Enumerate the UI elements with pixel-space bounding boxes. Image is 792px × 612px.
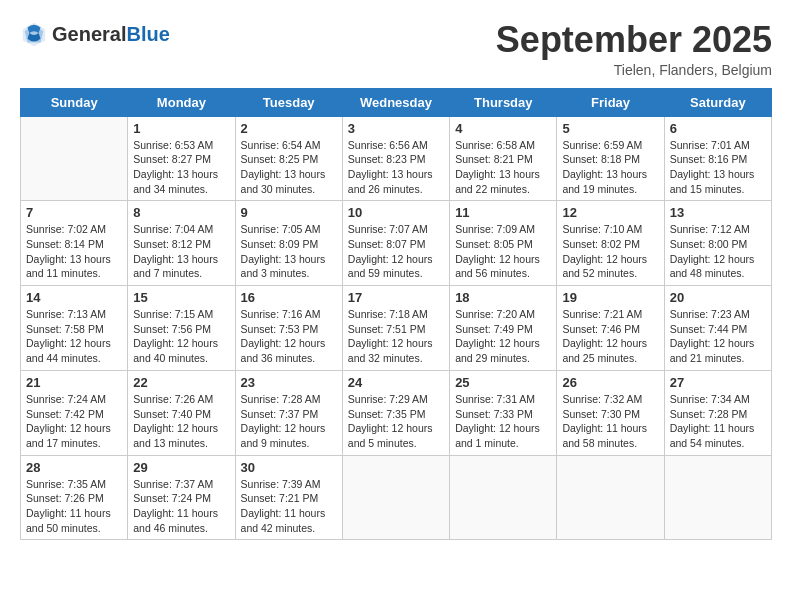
sunrise-text: Sunrise: 7:21 AM <box>562 307 658 322</box>
day-number: 25 <box>455 375 551 390</box>
calendar-cell: 25Sunrise: 7:31 AMSunset: 7:33 PMDayligh… <box>450 370 557 455</box>
calendar-cell: 26Sunrise: 7:32 AMSunset: 7:30 PMDayligh… <box>557 370 664 455</box>
calendar-cell: 3Sunrise: 6:56 AMSunset: 8:23 PMDaylight… <box>342 116 449 201</box>
sunset-text: Sunset: 7:24 PM <box>133 491 229 506</box>
day-number: 30 <box>241 460 337 475</box>
sunset-text: Sunset: 7:35 PM <box>348 407 444 422</box>
daylight-text-line2: and 1 minute. <box>455 436 551 451</box>
month-title: September 2025 <box>496 20 772 60</box>
calendar-week-row: 14Sunrise: 7:13 AMSunset: 7:58 PMDayligh… <box>21 286 772 371</box>
daylight-text-line2: and 3 minutes. <box>241 266 337 281</box>
calendar-table: SundayMondayTuesdayWednesdayThursdayFrid… <box>20 88 772 541</box>
day-info: Sunrise: 7:07 AMSunset: 8:07 PMDaylight:… <box>348 222 444 281</box>
day-info: Sunrise: 6:53 AMSunset: 8:27 PMDaylight:… <box>133 138 229 197</box>
logo-general: General <box>52 23 126 45</box>
daylight-text-line1: Daylight: 13 hours <box>26 252 122 267</box>
sunset-text: Sunset: 7:44 PM <box>670 322 766 337</box>
daylight-text-line2: and 11 minutes. <box>26 266 122 281</box>
day-info: Sunrise: 7:10 AMSunset: 8:02 PMDaylight:… <box>562 222 658 281</box>
day-info: Sunrise: 7:12 AMSunset: 8:00 PMDaylight:… <box>670 222 766 281</box>
day-info: Sunrise: 7:09 AMSunset: 8:05 PMDaylight:… <box>455 222 551 281</box>
day-number: 9 <box>241 205 337 220</box>
col-header-friday: Friday <box>557 88 664 116</box>
logo-text: GeneralBlue <box>52 23 170 45</box>
daylight-text-line1: Daylight: 12 hours <box>670 336 766 351</box>
sunrise-text: Sunrise: 7:01 AM <box>670 138 766 153</box>
day-number: 20 <box>670 290 766 305</box>
calendar-week-row: 7Sunrise: 7:02 AMSunset: 8:14 PMDaylight… <box>21 201 772 286</box>
daylight-text-line2: and 44 minutes. <box>26 351 122 366</box>
calendar-cell: 30Sunrise: 7:39 AMSunset: 7:21 PMDayligh… <box>235 455 342 540</box>
sunrise-text: Sunrise: 7:10 AM <box>562 222 658 237</box>
calendar-header-row: SundayMondayTuesdayWednesdayThursdayFrid… <box>21 88 772 116</box>
daylight-text-line2: and 48 minutes. <box>670 266 766 281</box>
daylight-text-line1: Daylight: 13 hours <box>670 167 766 182</box>
calendar-cell: 18Sunrise: 7:20 AMSunset: 7:49 PMDayligh… <box>450 286 557 371</box>
daylight-text-line2: and 50 minutes. <box>26 521 122 536</box>
day-number: 22 <box>133 375 229 390</box>
sunrise-text: Sunrise: 6:56 AM <box>348 138 444 153</box>
sunrise-text: Sunrise: 7:04 AM <box>133 222 229 237</box>
calendar-cell: 29Sunrise: 7:37 AMSunset: 7:24 PMDayligh… <box>128 455 235 540</box>
calendar-cell: 1Sunrise: 6:53 AMSunset: 8:27 PMDaylight… <box>128 116 235 201</box>
daylight-text-line2: and 5 minutes. <box>348 436 444 451</box>
col-header-monday: Monday <box>128 88 235 116</box>
day-number: 27 <box>670 375 766 390</box>
day-info: Sunrise: 7:15 AMSunset: 7:56 PMDaylight:… <box>133 307 229 366</box>
sunrise-text: Sunrise: 7:02 AM <box>26 222 122 237</box>
day-info: Sunrise: 7:34 AMSunset: 7:28 PMDaylight:… <box>670 392 766 451</box>
daylight-text-line2: and 40 minutes. <box>133 351 229 366</box>
day-number: 24 <box>348 375 444 390</box>
col-header-saturday: Saturday <box>664 88 771 116</box>
sunrise-text: Sunrise: 7:12 AM <box>670 222 766 237</box>
day-info: Sunrise: 7:32 AMSunset: 7:30 PMDaylight:… <box>562 392 658 451</box>
daylight-text-line1: Daylight: 12 hours <box>455 336 551 351</box>
daylight-text-line1: Daylight: 12 hours <box>26 336 122 351</box>
sunset-text: Sunset: 7:21 PM <box>241 491 337 506</box>
sunset-text: Sunset: 7:53 PM <box>241 322 337 337</box>
daylight-text-line2: and 21 minutes. <box>670 351 766 366</box>
daylight-text-line2: and 26 minutes. <box>348 182 444 197</box>
sunrise-text: Sunrise: 7:29 AM <box>348 392 444 407</box>
sunrise-text: Sunrise: 7:07 AM <box>348 222 444 237</box>
day-info: Sunrise: 7:35 AMSunset: 7:26 PMDaylight:… <box>26 477 122 536</box>
day-info: Sunrise: 7:37 AMSunset: 7:24 PMDaylight:… <box>133 477 229 536</box>
daylight-text-line2: and 22 minutes. <box>455 182 551 197</box>
sunset-text: Sunset: 7:58 PM <box>26 322 122 337</box>
day-number: 28 <box>26 460 122 475</box>
calendar-cell <box>342 455 449 540</box>
sunset-text: Sunset: 7:56 PM <box>133 322 229 337</box>
day-number: 18 <box>455 290 551 305</box>
daylight-text-line1: Daylight: 12 hours <box>562 252 658 267</box>
daylight-text-line2: and 58 minutes. <box>562 436 658 451</box>
sunset-text: Sunset: 7:40 PM <box>133 407 229 422</box>
daylight-text-line1: Daylight: 12 hours <box>455 421 551 436</box>
daylight-text-line1: Daylight: 12 hours <box>670 252 766 267</box>
sunset-text: Sunset: 8:14 PM <box>26 237 122 252</box>
calendar-cell: 5Sunrise: 6:59 AMSunset: 8:18 PMDaylight… <box>557 116 664 201</box>
sunrise-text: Sunrise: 6:59 AM <box>562 138 658 153</box>
sunrise-text: Sunrise: 7:31 AM <box>455 392 551 407</box>
daylight-text-line1: Daylight: 11 hours <box>670 421 766 436</box>
sunset-text: Sunset: 7:49 PM <box>455 322 551 337</box>
sunrise-text: Sunrise: 6:54 AM <box>241 138 337 153</box>
calendar-cell: 28Sunrise: 7:35 AMSunset: 7:26 PMDayligh… <box>21 455 128 540</box>
daylight-text-line1: Daylight: 11 hours <box>26 506 122 521</box>
daylight-text-line2: and 13 minutes. <box>133 436 229 451</box>
day-info: Sunrise: 6:58 AMSunset: 8:21 PMDaylight:… <box>455 138 551 197</box>
day-number: 19 <box>562 290 658 305</box>
day-info: Sunrise: 7:04 AMSunset: 8:12 PMDaylight:… <box>133 222 229 281</box>
daylight-text-line2: and 32 minutes. <box>348 351 444 366</box>
calendar-cell: 16Sunrise: 7:16 AMSunset: 7:53 PMDayligh… <box>235 286 342 371</box>
day-info: Sunrise: 6:54 AMSunset: 8:25 PMDaylight:… <box>241 138 337 197</box>
day-info: Sunrise: 7:39 AMSunset: 7:21 PMDaylight:… <box>241 477 337 536</box>
sunrise-text: Sunrise: 7:24 AM <box>26 392 122 407</box>
daylight-text-line1: Daylight: 13 hours <box>562 167 658 182</box>
day-info: Sunrise: 7:24 AMSunset: 7:42 PMDaylight:… <box>26 392 122 451</box>
daylight-text-line1: Daylight: 12 hours <box>241 336 337 351</box>
daylight-text-line1: Daylight: 13 hours <box>133 252 229 267</box>
sunset-text: Sunset: 8:27 PM <box>133 152 229 167</box>
calendar-cell: 19Sunrise: 7:21 AMSunset: 7:46 PMDayligh… <box>557 286 664 371</box>
day-number: 10 <box>348 205 444 220</box>
calendar-cell <box>21 116 128 201</box>
